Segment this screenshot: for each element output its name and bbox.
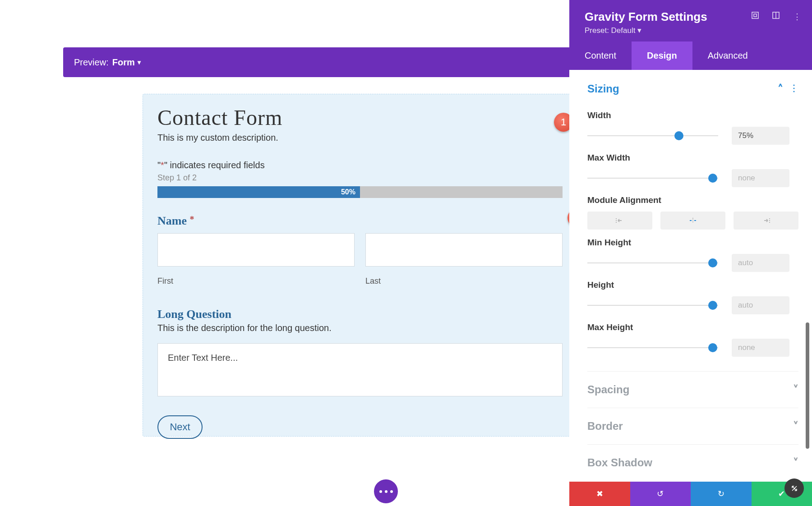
dot-icon (385, 490, 388, 493)
svg-rect-0 (752, 12, 758, 18)
max-width-slider[interactable] (587, 174, 718, 183)
chevron-down-icon: ˅ (793, 420, 798, 432)
svg-rect-1 (754, 14, 757, 17)
section-box-shadow[interactable]: Box Shadow ˅ (587, 444, 798, 469)
align-center-button[interactable] (660, 212, 725, 230)
height-label: Height (587, 280, 798, 290)
slider-thumb-icon[interactable] (708, 343, 717, 352)
preview-label: Preview: (74, 57, 109, 68)
chevron-down-icon: ˅ (793, 383, 798, 396)
section-spacing[interactable]: Spacing ˅ (587, 371, 798, 408)
first-name-sublabel: First (157, 276, 355, 286)
tab-advanced[interactable]: Advanced (692, 41, 763, 70)
first-name-input[interactable] (157, 233, 355, 267)
height-slider[interactable] (587, 301, 718, 310)
long-question-textarea[interactable]: Enter Text Here... (157, 343, 563, 396)
module-alignment-label: Module Alignment (587, 195, 798, 205)
long-question-label: Long Question (157, 308, 563, 321)
name-field-label: Name * (157, 214, 563, 228)
check-icon: ✔ (778, 489, 785, 499)
min-height-slider[interactable] (587, 258, 718, 267)
next-button[interactable]: Next (157, 415, 203, 439)
required-note: "*" indicates required fields (157, 160, 563, 170)
floating-action-button[interactable] (374, 479, 398, 503)
form-title: Contact Form (157, 105, 563, 130)
undo-icon: ↺ (657, 489, 664, 499)
preview-value: Form (112, 57, 135, 68)
last-name-input[interactable] (365, 233, 563, 267)
section-border-label: Border (587, 420, 623, 432)
kebab-icon[interactable]: ⋮ (793, 12, 801, 22)
max-height-slider[interactable] (587, 343, 718, 352)
slider-thumb-icon[interactable] (674, 131, 683, 140)
dot-icon (390, 490, 393, 493)
max-width-label: Max Width (587, 153, 798, 163)
section-box-shadow-label: Box Shadow (587, 456, 652, 469)
preset-selector[interactable]: Preset: Default ▾ (585, 26, 798, 35)
settings-panel: Gravity Form Settings Preset: Default ▾ … (569, 0, 812, 506)
chevron-down-icon: ˅ (793, 456, 798, 469)
section-sizing-label: Sizing (587, 83, 619, 95)
max-height-label: Max Height (587, 322, 798, 332)
scrollbar-thumb[interactable] (806, 322, 809, 449)
section-spacing-label: Spacing (587, 383, 629, 396)
cancel-button[interactable]: ✖ (569, 482, 630, 506)
redo-icon: ↻ (718, 489, 724, 499)
chevron-down-icon: ▾ (138, 59, 141, 66)
long-question-desc: This is the description for the long que… (157, 323, 563, 333)
panel-tabs: Content Design Advanced (569, 41, 812, 70)
dot-icon (379, 490, 382, 493)
form-preview: Contact Form This is my custom descripti… (143, 94, 577, 437)
step-indicator: Step 1 of 2 (157, 173, 563, 183)
snap-icon[interactable] (772, 12, 780, 22)
width-label: Width (587, 110, 798, 120)
slider-thumb-icon[interactable] (708, 301, 717, 310)
progress-fill: 50% (157, 186, 360, 198)
progress-bar: 50% (157, 186, 563, 198)
max-height-value[interactable]: none (732, 339, 789, 357)
panel-footer: ✖ ↺ ↻ ✔ (569, 482, 812, 506)
width-value[interactable]: 75% (732, 127, 789, 145)
section-border[interactable]: Border ˅ (587, 408, 798, 444)
undo-button[interactable]: ↺ (630, 482, 691, 506)
tab-design[interactable]: Design (632, 41, 692, 70)
max-width-value[interactable]: none (732, 169, 789, 187)
height-value[interactable]: auto (732, 296, 789, 314)
align-left-button[interactable] (587, 212, 652, 230)
resize-icon (789, 483, 800, 494)
slider-thumb-icon[interactable] (708, 174, 717, 183)
redo-button[interactable]: ↻ (691, 482, 752, 506)
align-right-button[interactable] (734, 212, 798, 230)
width-slider[interactable] (587, 131, 718, 140)
preview-bar: Preview: Form ▾ (63, 47, 577, 77)
min-height-label: Min Height (587, 238, 798, 248)
min-height-value[interactable]: auto (732, 254, 789, 272)
kebab-icon[interactable]: ⋮ (789, 83, 798, 95)
section-sizing[interactable]: Sizing ˄ ⋮ (587, 70, 798, 102)
close-icon: ✖ (596, 489, 603, 499)
slider-thumb-icon[interactable] (708, 258, 717, 267)
form-description: This is my custom description. (157, 133, 563, 143)
chevron-up-icon: ˄ (778, 83, 783, 95)
resize-handle[interactable] (784, 478, 804, 498)
expand-icon[interactable] (752, 12, 759, 22)
panel-header: Gravity Form Settings Preset: Default ▾ … (569, 0, 812, 41)
preview-selector[interactable]: Form ▾ (112, 57, 141, 68)
last-name-sublabel: Last (365, 276, 563, 286)
panel-body: Sizing ˄ ⋮ Width 75% Max Width none Mod (569, 70, 812, 482)
tab-content[interactable]: Content (569, 41, 632, 70)
